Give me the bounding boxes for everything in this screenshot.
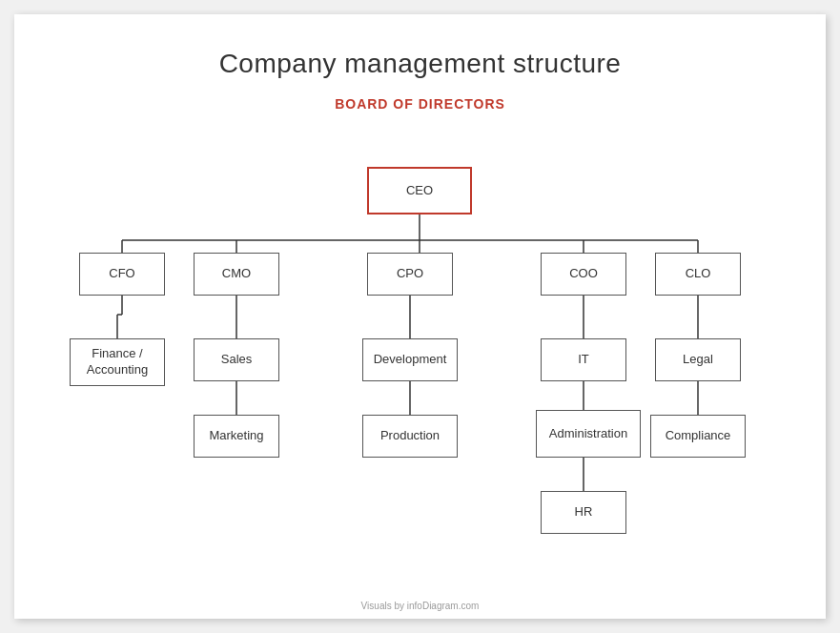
box-cpo: CPO bbox=[367, 253, 453, 296]
box-coo: COO bbox=[541, 253, 626, 296]
box-development: Development bbox=[362, 338, 458, 381]
box-cmo: CMO bbox=[194, 253, 279, 296]
slide-title: Company management structure bbox=[14, 49, 826, 79]
box-legal: Legal bbox=[655, 338, 741, 381]
footer-text: Visuals by infoDiagram.com bbox=[14, 601, 826, 611]
box-marketing: Marketing bbox=[194, 415, 279, 458]
box-administration: Administration bbox=[536, 410, 641, 458]
box-compliance: Compliance bbox=[650, 415, 746, 458]
box-ceo: CEO bbox=[367, 167, 472, 214]
box-production: Production bbox=[362, 415, 458, 458]
box-it: IT bbox=[541, 338, 626, 381]
box-clo: CLO bbox=[655, 253, 741, 296]
box-cfo: CFO bbox=[79, 253, 165, 296]
box-sales: Sales bbox=[194, 338, 279, 381]
board-label: BOARD OF DIRECTORS bbox=[14, 96, 826, 112]
slide: Company management structure BOARD OF DI… bbox=[14, 14, 826, 619]
box-finance: Finance /Accounting bbox=[70, 338, 165, 386]
org-chart: CEO CFO CMO CPO COO CLO Finance /Account… bbox=[14, 138, 826, 590]
box-hr: HR bbox=[541, 491, 626, 534]
